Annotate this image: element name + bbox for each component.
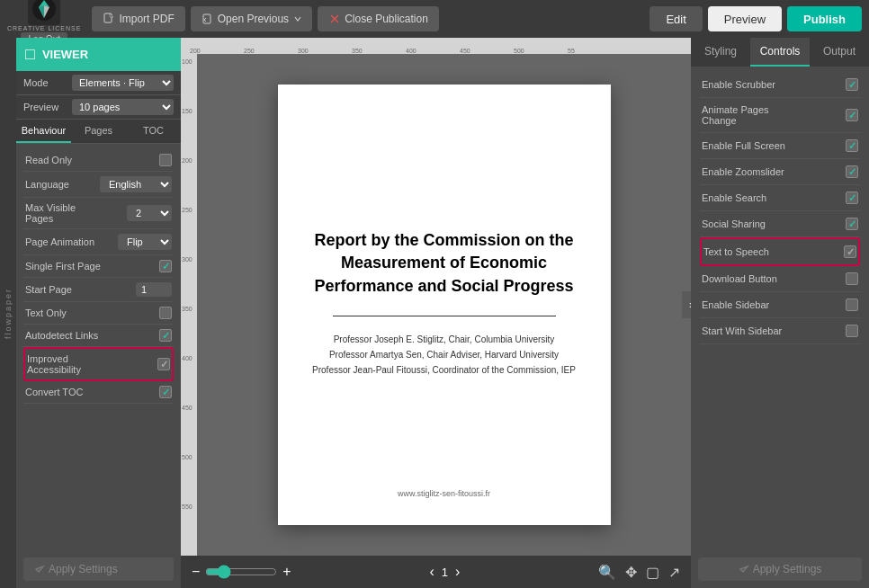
page-document: Report by the Commission on the Measurem… <box>278 85 611 525</box>
single-first-page-checkbox[interactable] <box>159 260 172 272</box>
svg-marker-7 <box>740 566 748 572</box>
setting-start-page: Start Page <box>23 278 174 302</box>
apply-right-icon <box>739 564 749 575</box>
setting-enable-zoomslider: Enable Zoomslider <box>700 159 860 185</box>
setting-enable-scrubber: Enable Scrubber <box>700 72 860 98</box>
page-animation-select[interactable]: Flip <box>118 234 172 250</box>
document-url: www.stiglitz-sen-fitoussi.fr <box>398 489 490 498</box>
topbar: CREATIVE LICENSE Log Out Import PDF Open… <box>0 0 869 38</box>
zoom-minus-button[interactable]: − <box>192 564 200 580</box>
enable-fullscreen-checkbox[interactable] <box>846 139 858 152</box>
mode-select[interactable]: Elements · Flip <box>72 75 174 91</box>
tab-toc[interactable]: TOC <box>126 120 181 143</box>
page-canvas: › Report by the Commission on the Measur… <box>197 54 691 556</box>
bottom-tools: 🔍 ✥ ▢ ↗ <box>598 564 680 581</box>
document-title: Report by the Commission on the Measurem… <box>305 229 584 298</box>
edit-button[interactable]: Edit <box>650 6 702 31</box>
author-1: Professor Joseph E. Stiglitz, Chair, Col… <box>334 334 555 344</box>
convert-toc-checkbox[interactable] <box>159 386 172 398</box>
main-layout: flowpaper □ VIEWER Mode Elements · Flip … <box>0 38 869 588</box>
horizontal-ruler: 200 250 300 350 400 450 500 55 <box>181 38 691 54</box>
mode-label: Mode <box>23 77 67 88</box>
setting-animate-pages-change: Animate PagesChange <box>700 98 860 133</box>
viewer-icon: □ <box>25 45 35 64</box>
read-only-checkbox[interactable] <box>159 154 172 166</box>
improved-accessibility-checkbox[interactable] <box>157 358 170 370</box>
setting-page-animation: Page Animation Flip <box>23 229 174 255</box>
flowpaper-label: flowpaper <box>0 38 16 588</box>
left-settings-area: Read Only Language English Max VisiblePa… <box>16 144 181 550</box>
prev-page-button[interactable]: ‹ <box>429 564 434 580</box>
zoom-controls: − + <box>192 564 291 580</box>
page-number: 1 <box>442 566 448 579</box>
import-pdf-button[interactable]: Import PDF <box>92 6 184 31</box>
creative-license-label: CREATIVE LICENSE <box>7 25 81 31</box>
tab-styling[interactable]: Styling <box>691 38 750 67</box>
setting-social-sharing: Social Sharing <box>700 211 860 237</box>
text-to-speech-checkbox[interactable] <box>844 245 856 258</box>
download-button-checkbox[interactable] <box>846 272 858 285</box>
svg-rect-5 <box>203 14 211 23</box>
viewer-label: VIEWER <box>42 48 88 61</box>
apply-icon <box>34 564 45 575</box>
publish-button[interactable]: Publish <box>787 6 862 31</box>
setting-max-visible-pages: Max VisiblePages 2 <box>23 198 174 229</box>
open-previous-icon <box>202 13 214 25</box>
zoom-slider[interactable] <box>205 565 277 579</box>
fullscreen-icon[interactable]: ✥ <box>625 564 637 581</box>
right-sidebar-tabs: Styling Controls Output <box>691 38 869 67</box>
max-pages-select[interactable]: 2 <box>127 205 172 221</box>
canvas-area: 100 150 200 250 300 350 400 450 500 550 … <box>181 54 691 556</box>
apply-settings-left-button[interactable]: Apply Settings <box>23 557 174 581</box>
search-icon[interactable]: 🔍 <box>598 564 616 581</box>
enable-search-checkbox[interactable] <box>846 192 858 204</box>
setting-autodetect-links: Autodetect Links <box>23 325 174 347</box>
zoom-plus-button[interactable]: + <box>282 564 291 580</box>
setting-read-only: Read Only <box>23 149 174 172</box>
setting-single-first-page: Single First Page <box>23 255 174 278</box>
setting-enable-search: Enable Search <box>700 185 860 211</box>
dropdown-arrow-icon <box>294 15 301 22</box>
setting-enable-sidebar: Enable Sidebar <box>700 292 860 318</box>
start-with-sidebar-checkbox[interactable] <box>846 325 858 337</box>
close-publication-button[interactable]: Close Publication <box>318 6 439 31</box>
svg-marker-6 <box>36 566 43 572</box>
tab-controls[interactable]: Controls <box>750 38 810 67</box>
preview-button[interactable]: Preview <box>708 6 782 31</box>
tab-behaviour[interactable]: Behaviour <box>16 120 71 143</box>
setting-text-to-speech: Text to Speech <box>700 237 860 266</box>
preview-select[interactable]: 10 pages <box>72 99 174 115</box>
start-page-input[interactable] <box>136 282 172 297</box>
left-sidebar: □ VIEWER Mode Elements · Flip Preview 10… <box>16 38 181 588</box>
enable-sidebar-checkbox[interactable] <box>846 298 858 311</box>
import-icon <box>103 13 115 25</box>
social-sharing-checkbox[interactable] <box>846 218 858 230</box>
tab-output[interactable]: Output <box>810 38 869 67</box>
language-select[interactable]: English <box>100 176 172 192</box>
preview-label: Preview <box>23 102 67 112</box>
open-previous-button[interactable]: Open Previous <box>191 6 312 31</box>
bottom-bar: − + ‹ 1 › 🔍 ✥ ▢ ↗ <box>181 556 691 588</box>
close-icon <box>328 13 341 25</box>
text-only-checkbox[interactable] <box>159 307 172 319</box>
apply-settings-right-button[interactable]: Apply Settings <box>698 557 862 581</box>
right-sidebar: Styling Controls Output Enable Scrubber … <box>691 38 869 588</box>
setting-enable-full-screen: Enable Full Screen <box>700 133 860 159</box>
setting-download-button: Download Button <box>700 266 860 292</box>
right-settings-area: Enable Scrubber Animate PagesChange Enab… <box>691 67 869 550</box>
enable-zoomslider-checkbox[interactable] <box>846 165 858 178</box>
setting-text-only: Text Only <box>23 302 174 325</box>
tab-pages[interactable]: Pages <box>71 120 126 143</box>
chat-icon[interactable]: ▢ <box>646 564 659 581</box>
next-page-button[interactable]: › <box>455 564 460 580</box>
page-navigation: ‹ 1 › <box>429 564 460 580</box>
share-icon[interactable]: ↗ <box>668 564 680 581</box>
logo-icon <box>28 0 60 25</box>
autodetect-links-checkbox[interactable] <box>159 329 172 342</box>
preview-row: Preview 10 pages <box>16 95 181 120</box>
vertical-ruler: 100 150 200 250 300 350 400 450 500 550 <box>181 54 197 556</box>
animate-pages-checkbox[interactable] <box>846 109 858 121</box>
collapse-arrow[interactable]: › <box>682 291 691 318</box>
behaviour-tabs: Behaviour Pages TOC <box>16 120 181 144</box>
enable-scrubber-checkbox[interactable] <box>846 78 858 91</box>
